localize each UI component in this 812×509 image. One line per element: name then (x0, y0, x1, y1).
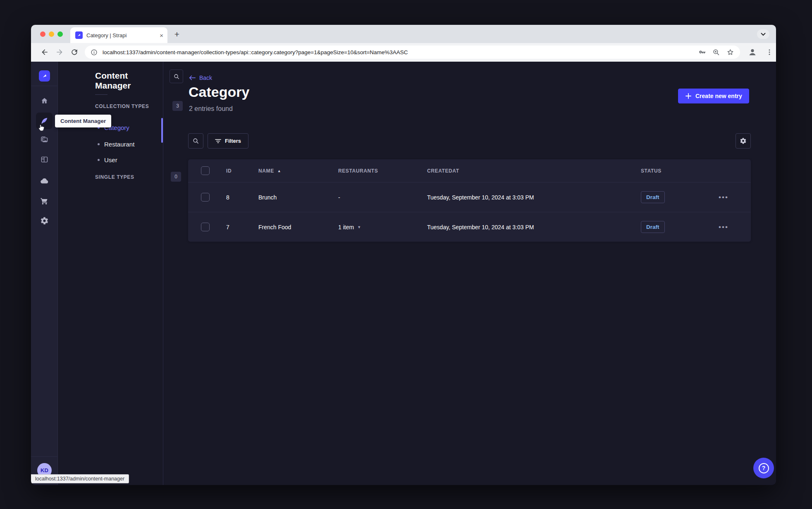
relation-count-label: 1 item (338, 224, 354, 230)
cursor-pointer-hand (38, 124, 45, 132)
collection-types-label: COLLECTION TYPES (95, 103, 149, 109)
sidebar-item-cloud[interactable] (36, 173, 53, 189)
minimize-window-button[interactable] (49, 31, 54, 37)
cell-id: 8 (222, 194, 254, 201)
active-item-indicator (161, 118, 163, 143)
back-link[interactable]: Back (189, 74, 212, 81)
column-header-name[interactable]: NAME ▲ (254, 168, 334, 174)
content-type-builder-icon (40, 155, 49, 164)
forward-icon[interactable] (55, 48, 64, 56)
tab-close-icon[interactable]: × (160, 32, 163, 38)
page-title: Category (189, 84, 249, 100)
back-label: Back (199, 74, 212, 81)
cell-name: French Food (254, 224, 334, 230)
gear-icon (40, 216, 49, 225)
subnav-item-user[interactable]: User (98, 155, 117, 165)
sidebar-item-media-library[interactable] (36, 131, 53, 148)
maximize-window-button[interactable] (57, 31, 63, 37)
url-text: localhost:1337/admin/content-manager/col… (103, 49, 698, 55)
bullet-icon (98, 143, 100, 145)
link-status-bar: localhost:1337/admin/content-manager (31, 474, 129, 483)
content-manager-tooltip: Content Manager (55, 115, 111, 127)
gear-icon (740, 137, 747, 144)
column-header-name-label: NAME (258, 168, 274, 174)
table-row[interactable]: 7 French Food 1 item ▼ Tuesday, Septembe… (188, 212, 751, 242)
create-new-entry-button[interactable]: Create new entry (678, 89, 749, 103)
subnav-item-restaurant[interactable]: Restaurant (98, 139, 134, 149)
sidebar-divider (31, 86, 58, 86)
reload-icon[interactable] (70, 48, 79, 56)
strapi-app: KD Content Manager COLLECTION TYPES 3 Ca… (31, 62, 776, 485)
column-header-createdat[interactable]: CREATEDAT (423, 168, 637, 174)
strapi-favicon (75, 31, 83, 39)
subnav-item-label: Restaurant (104, 141, 134, 148)
subnav-title: Content Manager (95, 71, 163, 91)
strapi-logo[interactable] (39, 70, 50, 82)
sidebar-item-marketplace[interactable] (36, 192, 53, 209)
cloud-icon (40, 176, 49, 186)
cell-restaurants[interactable]: 1 item ▼ (334, 224, 423, 230)
column-header-status[interactable]: STATUS (637, 168, 714, 174)
filters-label: Filters (225, 138, 241, 144)
chevron-down-icon (761, 33, 766, 36)
profile-icon[interactable] (748, 47, 757, 57)
back-icon[interactable] (41, 48, 49, 56)
row-actions-menu[interactable]: ••• (714, 223, 751, 231)
cell-restaurants: - (334, 194, 423, 201)
help-button[interactable]: ? (753, 458, 774, 478)
window-controls (40, 31, 63, 37)
chevron-down-icon: ▼ (357, 225, 361, 229)
new-tab-button[interactable]: + (171, 29, 183, 40)
sidebar-divider (31, 456, 58, 457)
sidebar-item-settings[interactable] (36, 212, 53, 229)
single-types-label: SINGLE TYPES (95, 174, 134, 180)
browser-window: Category | Strapi × + localhost:1337/adm… (31, 25, 776, 485)
search-entries-button[interactable] (188, 133, 203, 149)
table-header-row: ID NAME ▲ RESTAURANTS CREATEDAT STATUS (188, 159, 751, 182)
entries-count: 2 entries found (189, 105, 233, 113)
status-badge: Draft (641, 221, 665, 233)
sort-ascending-icon: ▲ (277, 169, 282, 173)
column-header-restaurants[interactable]: RESTAURANTS (334, 168, 423, 174)
cell-name: Brunch (254, 194, 334, 201)
tab-search-button[interactable] (757, 29, 769, 39)
bookmark-star-icon[interactable] (726, 48, 734, 56)
zoom-icon[interactable] (712, 48, 720, 56)
bullet-icon (98, 159, 100, 161)
shopping-cart-icon (40, 197, 49, 205)
status-badge: Draft (641, 191, 665, 203)
browser-tab-strip: Category | Strapi × + (31, 25, 776, 43)
filter-icon (215, 139, 221, 144)
info-icon[interactable] (91, 49, 98, 56)
search-icon (173, 73, 180, 80)
table-row[interactable]: 8 Brunch - Tuesday, September 10, 2024 a… (188, 182, 751, 212)
question-mark-icon: ? (759, 463, 769, 473)
cell-id: 7 (222, 224, 254, 230)
row-checkbox[interactable] (201, 223, 210, 231)
view-settings-button[interactable] (736, 133, 751, 149)
row-actions-menu[interactable]: ••• (714, 193, 751, 202)
cell-createdat: Tuesday, September 10, 2024 at 3:03 PM (423, 224, 637, 230)
url-bar[interactable]: localhost:1337/admin/content-manager/col… (85, 46, 740, 59)
media-library-icon (40, 135, 49, 144)
subnav-divider (95, 94, 107, 95)
close-window-button[interactable] (40, 31, 45, 37)
sidebar-item-home[interactable] (36, 92, 53, 109)
browser-toolbar: localhost:1337/admin/content-manager/col… (31, 43, 776, 62)
subnav-item-label: User (104, 156, 117, 163)
plus-icon (685, 93, 692, 99)
entries-table: ID NAME ▲ RESTAURANTS CREATEDAT STATUS 8… (188, 159, 751, 242)
row-checkbox[interactable] (201, 193, 210, 202)
search-icon (192, 137, 199, 144)
password-key-icon[interactable] (698, 48, 706, 56)
home-icon (40, 96, 49, 105)
select-all-checkbox[interactable] (201, 166, 210, 175)
single-types-count: 0 (171, 172, 181, 182)
subnav-search-button[interactable] (170, 70, 183, 83)
filters-button[interactable]: Filters (208, 133, 248, 149)
browser-menu-icon[interactable] (766, 48, 773, 56)
column-header-id[interactable]: ID (222, 168, 254, 174)
main-nav-sidebar: KD (31, 62, 58, 485)
sidebar-item-content-type-builder[interactable] (36, 151, 53, 168)
browser-tab[interactable]: Category | Strapi × (70, 27, 167, 43)
